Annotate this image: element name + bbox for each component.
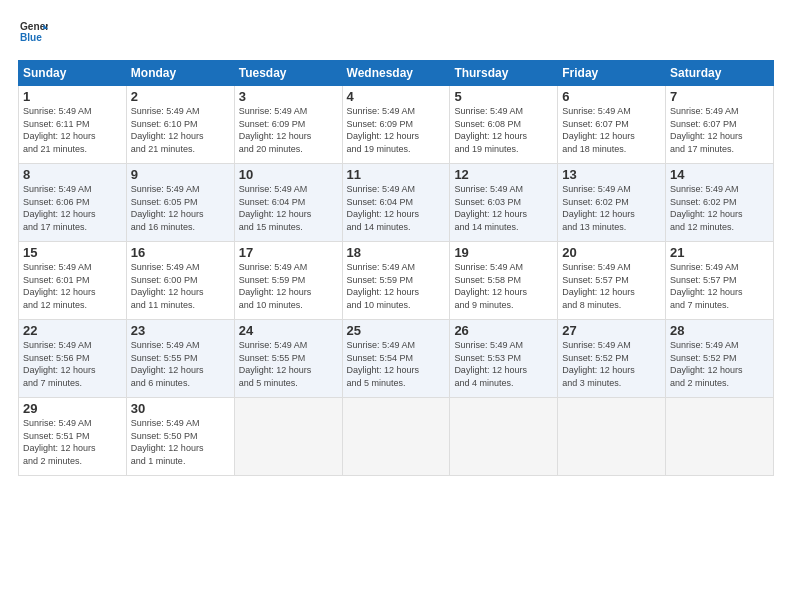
calendar-cell: 24Sunrise: 5:49 AM Sunset: 5:55 PM Dayli… xyxy=(234,320,342,398)
calendar-cell: 20Sunrise: 5:49 AM Sunset: 5:57 PM Dayli… xyxy=(558,242,666,320)
day-number: 29 xyxy=(23,401,122,416)
day-number: 16 xyxy=(131,245,230,260)
day-number: 3 xyxy=(239,89,338,104)
day-number: 8 xyxy=(23,167,122,182)
calendar-cell: 4Sunrise: 5:49 AM Sunset: 6:09 PM Daylig… xyxy=(342,86,450,164)
weekday-header-thursday: Thursday xyxy=(450,61,558,86)
day-number: 18 xyxy=(347,245,446,260)
day-number: 19 xyxy=(454,245,553,260)
day-info: Sunrise: 5:49 AM Sunset: 6:01 PM Dayligh… xyxy=(23,261,122,311)
calendar-cell: 7Sunrise: 5:49 AM Sunset: 6:07 PM Daylig… xyxy=(666,86,774,164)
calendar-cell: 25Sunrise: 5:49 AM Sunset: 5:54 PM Dayli… xyxy=(342,320,450,398)
calendar-table: SundayMondayTuesdayWednesdayThursdayFrid… xyxy=(18,60,774,476)
day-info: Sunrise: 5:49 AM Sunset: 5:54 PM Dayligh… xyxy=(347,339,446,389)
day-number: 23 xyxy=(131,323,230,338)
day-info: Sunrise: 5:49 AM Sunset: 5:52 PM Dayligh… xyxy=(670,339,769,389)
calendar-cell: 26Sunrise: 5:49 AM Sunset: 5:53 PM Dayli… xyxy=(450,320,558,398)
weekday-header-saturday: Saturday xyxy=(666,61,774,86)
day-number: 11 xyxy=(347,167,446,182)
calendar-cell: 2Sunrise: 5:49 AM Sunset: 6:10 PM Daylig… xyxy=(126,86,234,164)
calendar-cell xyxy=(234,398,342,476)
day-info: Sunrise: 5:49 AM Sunset: 6:00 PM Dayligh… xyxy=(131,261,230,311)
day-number: 12 xyxy=(454,167,553,182)
calendar-cell: 3Sunrise: 5:49 AM Sunset: 6:09 PM Daylig… xyxy=(234,86,342,164)
day-number: 25 xyxy=(347,323,446,338)
calendar-cell: 15Sunrise: 5:49 AM Sunset: 6:01 PM Dayli… xyxy=(19,242,127,320)
calendar-cell xyxy=(342,398,450,476)
day-number: 28 xyxy=(670,323,769,338)
day-info: Sunrise: 5:49 AM Sunset: 6:11 PM Dayligh… xyxy=(23,105,122,155)
calendar-cell: 16Sunrise: 5:49 AM Sunset: 6:00 PM Dayli… xyxy=(126,242,234,320)
day-number: 4 xyxy=(347,89,446,104)
day-info: Sunrise: 5:49 AM Sunset: 6:07 PM Dayligh… xyxy=(562,105,661,155)
calendar-cell: 21Sunrise: 5:49 AM Sunset: 5:57 PM Dayli… xyxy=(666,242,774,320)
weekday-header-tuesday: Tuesday xyxy=(234,61,342,86)
day-number: 14 xyxy=(670,167,769,182)
day-number: 10 xyxy=(239,167,338,182)
day-info: Sunrise: 5:49 AM Sunset: 6:07 PM Dayligh… xyxy=(670,105,769,155)
calendar-cell: 5Sunrise: 5:49 AM Sunset: 6:08 PM Daylig… xyxy=(450,86,558,164)
day-info: Sunrise: 5:49 AM Sunset: 5:58 PM Dayligh… xyxy=(454,261,553,311)
day-info: Sunrise: 5:49 AM Sunset: 6:10 PM Dayligh… xyxy=(131,105,230,155)
day-number: 20 xyxy=(562,245,661,260)
calendar-cell: 8Sunrise: 5:49 AM Sunset: 6:06 PM Daylig… xyxy=(19,164,127,242)
day-info: Sunrise: 5:49 AM Sunset: 6:05 PM Dayligh… xyxy=(131,183,230,233)
day-info: Sunrise: 5:49 AM Sunset: 5:56 PM Dayligh… xyxy=(23,339,122,389)
day-info: Sunrise: 5:49 AM Sunset: 6:03 PM Dayligh… xyxy=(454,183,553,233)
day-info: Sunrise: 5:49 AM Sunset: 5:53 PM Dayligh… xyxy=(454,339,553,389)
calendar-cell xyxy=(558,398,666,476)
day-info: Sunrise: 5:49 AM Sunset: 5:50 PM Dayligh… xyxy=(131,417,230,467)
day-number: 1 xyxy=(23,89,122,104)
calendar-cell: 17Sunrise: 5:49 AM Sunset: 5:59 PM Dayli… xyxy=(234,242,342,320)
day-info: Sunrise: 5:49 AM Sunset: 5:57 PM Dayligh… xyxy=(562,261,661,311)
day-info: Sunrise: 5:49 AM Sunset: 5:59 PM Dayligh… xyxy=(239,261,338,311)
day-number: 27 xyxy=(562,323,661,338)
day-number: 15 xyxy=(23,245,122,260)
calendar-cell: 6Sunrise: 5:49 AM Sunset: 6:07 PM Daylig… xyxy=(558,86,666,164)
calendar-cell xyxy=(450,398,558,476)
day-info: Sunrise: 5:49 AM Sunset: 6:08 PM Dayligh… xyxy=(454,105,553,155)
day-info: Sunrise: 5:49 AM Sunset: 6:06 PM Dayligh… xyxy=(23,183,122,233)
day-number: 30 xyxy=(131,401,230,416)
calendar-cell: 9Sunrise: 5:49 AM Sunset: 6:05 PM Daylig… xyxy=(126,164,234,242)
day-number: 2 xyxy=(131,89,230,104)
day-number: 24 xyxy=(239,323,338,338)
day-number: 9 xyxy=(131,167,230,182)
day-info: Sunrise: 5:49 AM Sunset: 6:09 PM Dayligh… xyxy=(347,105,446,155)
weekday-header-sunday: Sunday xyxy=(19,61,127,86)
header: General Blue xyxy=(18,18,774,50)
calendar-cell: 19Sunrise: 5:49 AM Sunset: 5:58 PM Dayli… xyxy=(450,242,558,320)
calendar-cell: 12Sunrise: 5:49 AM Sunset: 6:03 PM Dayli… xyxy=(450,164,558,242)
calendar-cell: 23Sunrise: 5:49 AM Sunset: 5:55 PM Dayli… xyxy=(126,320,234,398)
day-info: Sunrise: 5:49 AM Sunset: 6:02 PM Dayligh… xyxy=(670,183,769,233)
day-number: 22 xyxy=(23,323,122,338)
day-number: 17 xyxy=(239,245,338,260)
calendar-cell: 22Sunrise: 5:49 AM Sunset: 5:56 PM Dayli… xyxy=(19,320,127,398)
calendar-cell: 27Sunrise: 5:49 AM Sunset: 5:52 PM Dayli… xyxy=(558,320,666,398)
day-info: Sunrise: 5:49 AM Sunset: 6:04 PM Dayligh… xyxy=(239,183,338,233)
day-info: Sunrise: 5:49 AM Sunset: 5:51 PM Dayligh… xyxy=(23,417,122,467)
day-info: Sunrise: 5:49 AM Sunset: 5:59 PM Dayligh… xyxy=(347,261,446,311)
calendar-cell: 1Sunrise: 5:49 AM Sunset: 6:11 PM Daylig… xyxy=(19,86,127,164)
weekday-header-friday: Friday xyxy=(558,61,666,86)
calendar-cell: 14Sunrise: 5:49 AM Sunset: 6:02 PM Dayli… xyxy=(666,164,774,242)
day-info: Sunrise: 5:49 AM Sunset: 6:02 PM Dayligh… xyxy=(562,183,661,233)
calendar-cell: 11Sunrise: 5:49 AM Sunset: 6:04 PM Dayli… xyxy=(342,164,450,242)
day-info: Sunrise: 5:49 AM Sunset: 5:55 PM Dayligh… xyxy=(239,339,338,389)
calendar-cell: 18Sunrise: 5:49 AM Sunset: 5:59 PM Dayli… xyxy=(342,242,450,320)
weekday-header-wednesday: Wednesday xyxy=(342,61,450,86)
day-number: 5 xyxy=(454,89,553,104)
calendar-cell: 10Sunrise: 5:49 AM Sunset: 6:04 PM Dayli… xyxy=(234,164,342,242)
day-info: Sunrise: 5:49 AM Sunset: 6:04 PM Dayligh… xyxy=(347,183,446,233)
day-number: 6 xyxy=(562,89,661,104)
weekday-header-monday: Monday xyxy=(126,61,234,86)
logo-icon: General Blue xyxy=(20,18,48,46)
page: General Blue SundayMondayTuesdayWednesda… xyxy=(0,0,792,612)
calendar-cell: 29Sunrise: 5:49 AM Sunset: 5:51 PM Dayli… xyxy=(19,398,127,476)
day-number: 26 xyxy=(454,323,553,338)
day-number: 7 xyxy=(670,89,769,104)
day-info: Sunrise: 5:49 AM Sunset: 5:52 PM Dayligh… xyxy=(562,339,661,389)
logo: General Blue xyxy=(18,18,48,50)
day-number: 21 xyxy=(670,245,769,260)
day-info: Sunrise: 5:49 AM Sunset: 5:57 PM Dayligh… xyxy=(670,261,769,311)
